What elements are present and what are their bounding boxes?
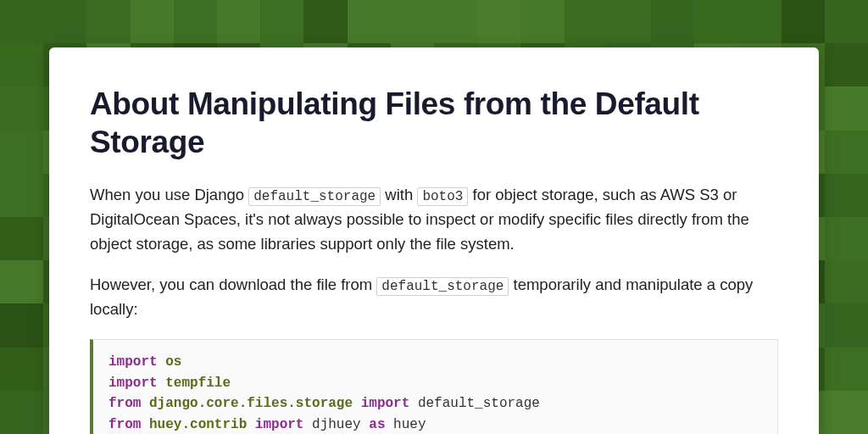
- keyword-import: import: [108, 354, 158, 370]
- keyword-import: import: [108, 376, 158, 391]
- keyword-from: from: [108, 417, 141, 432]
- article-card: About Manipulating Files from the Defaul…: [49, 47, 819, 434]
- inline-code-default-storage: default_storage: [248, 187, 381, 206]
- module-os: os: [165, 354, 181, 370]
- keyword-as: as: [369, 417, 385, 432]
- paragraph-1: When you use Django default_storage with…: [90, 183, 778, 256]
- code-block: import os import tempfile from django.co…: [90, 339, 778, 434]
- identifier-default-storage: default_storage: [418, 396, 540, 411]
- inline-code-boto3: boto3: [417, 187, 468, 206]
- keyword-import: import: [361, 396, 410, 411]
- page-title: About Manipulating Files from the Defaul…: [90, 85, 778, 161]
- identifier-huey: huey: [393, 417, 426, 432]
- text: When you use Django: [90, 186, 248, 203]
- text: However, you can download the file from: [90, 275, 376, 293]
- keyword-from: from: [108, 396, 141, 411]
- identifier-djhuey: djhuey: [312, 417, 361, 432]
- module-tempfile: tempfile: [165, 376, 231, 391]
- module-django-storage: django.core.files.storage: [149, 396, 353, 411]
- paragraph-2: However, you can download the file from …: [90, 273, 778, 321]
- inline-code-default-storage-2: default_storage: [376, 277, 509, 296]
- keyword-import: import: [255, 417, 304, 432]
- text: with: [381, 186, 417, 203]
- module-huey-contrib: huey.contrib: [149, 417, 247, 432]
